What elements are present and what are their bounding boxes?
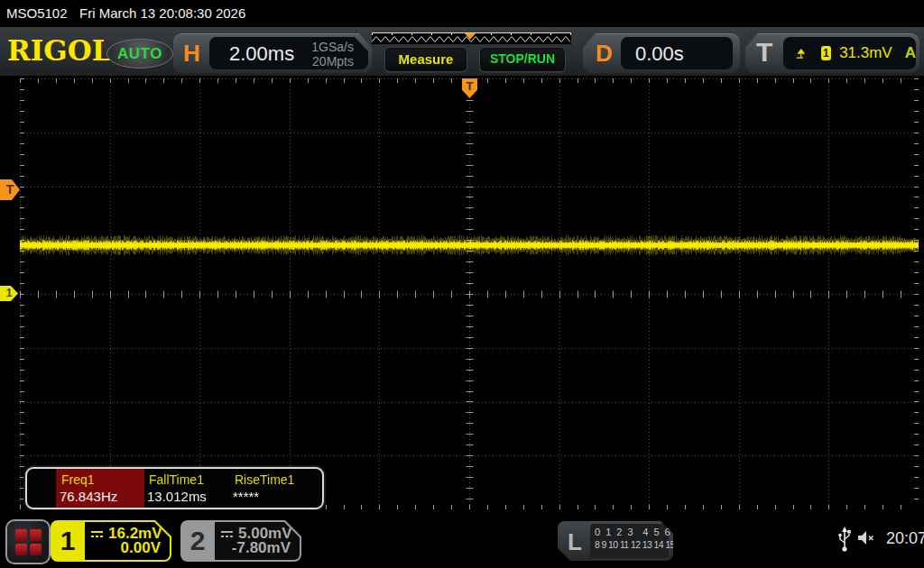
measurement-item[interactable]: RiseTime1 ***** — [231, 469, 318, 508]
bottom-bar: 1 16.2mV 0.00V 2 — [0, 510, 924, 568]
measurement-label: Freq1 — [61, 472, 95, 487]
logic-label: L — [568, 528, 582, 556]
logic-channels-badge[interactable]: L 0 1 2 3 4 5 6 7 8 9 10 11 12 13 14 15 — [558, 521, 673, 561]
dc-coupling-icon — [220, 530, 234, 538]
trigger-block[interactable]: T 1 31.3mV A — [745, 33, 919, 73]
channel2-number: 2 — [180, 520, 215, 562]
measurement-value: ***** — [233, 489, 259, 504]
model-name: MSO5102 — [6, 5, 68, 21]
measure-button[interactable]: Measure — [384, 47, 467, 72]
delay-panel: 0.00s — [621, 37, 733, 69]
memory-depth: 20Mpts — [311, 54, 354, 69]
preview-position-marker[interactable] — [465, 33, 476, 40]
measurement-item[interactable]: FallTime1 13.012ms — [145, 469, 230, 508]
trigger-source-badge: 1 — [821, 46, 832, 60]
delay-label: D — [596, 40, 613, 68]
logic-channels-row2: 8 9 10 11 12 13 14 15 — [595, 539, 669, 550]
channel1-number: 1 — [51, 520, 85, 562]
graticule-area: T 1 T Freq1 76.843Hz FallTime1 13.012ms … — [0, 76, 924, 510]
delay-block[interactable]: D 0.00s — [583, 33, 740, 73]
channel2-panel: 5.00mV -7.80mV — [215, 522, 300, 560]
logic-panel: 0 1 2 3 4 5 6 7 8 9 10 11 12 13 14 15 — [590, 524, 669, 558]
sample-rate: 1GSa/s — [311, 40, 354, 54]
usb-icon — [837, 526, 852, 554]
measurement-overlay[interactable]: Freq1 76.843Hz FallTime1 13.012ms RiseTi… — [25, 467, 324, 509]
channel2-offset: -7.80mV — [232, 539, 291, 557]
oscilloscope-screen: MSO5102 Fri March 13 20:08:30 2026 RIGOL… — [0, 0, 924, 568]
horizontal-panel: 2.00ms 1GSa/s 20Mpts — [209, 37, 368, 69]
trigger-level-marker[interactable]: T — [0, 179, 20, 200]
status-bar: MSO5102 Fri March 13 20:08:30 2026 — [0, 0, 924, 27]
trigger-sweep-mode: A — [905, 44, 916, 62]
horizontal-block[interactable]: H 2.00ms 1GSa/s 20Mpts — [173, 33, 372, 73]
clock: 20:07 — [886, 529, 924, 548]
speaker-muted-icon — [857, 530, 877, 545]
edge-trigger-icon — [796, 46, 807, 60]
timebase-value: 2.00ms — [229, 42, 294, 66]
header-bar: RIGOL AUTO H 2.00ms 1GSa/s 20Mpts Measur… — [0, 27, 924, 76]
stop-run-button[interactable]: STOP/RUN — [479, 47, 566, 72]
trigger-level-value: 31.3mV — [839, 44, 892, 62]
delay-value: 0.00s — [635, 42, 684, 66]
channel1-offset-marker[interactable]: 1 — [0, 286, 18, 301]
channel1-panel: 16.2mV 0.00V — [85, 522, 170, 560]
measurement-label: RiseTime1 — [235, 472, 294, 487]
channel1-offset: 0.00V — [121, 539, 161, 557]
measurement-value: 13.012ms — [147, 489, 207, 504]
apps-menu-button[interactable] — [5, 519, 51, 564]
measurement-item[interactable]: Freq1 76.843Hz — [58, 469, 144, 508]
horizontal-label: H — [183, 40, 200, 68]
measurement-label: FallTime1 — [149, 472, 204, 487]
dc-coupling-icon — [90, 530, 104, 538]
logic-channels-row1: 0 1 2 3 4 5 6 7 — [595, 527, 669, 537]
grid-and-waveform-canvas — [20, 78, 919, 509]
trigger-panel: 1 31.3mV A — [783, 37, 916, 69]
measurement-value: 76.843Hz — [60, 489, 117, 504]
date-time: Fri March 13 20:08:30 2026 — [79, 5, 245, 21]
channel2-badge[interactable]: 2 5.00mV -7.80mV — [180, 520, 301, 562]
trigger-label: T — [756, 37, 772, 68]
channel1-badge[interactable]: 1 16.2mV 0.00V — [51, 520, 171, 562]
rigol-logo: RIGOL — [7, 34, 112, 67]
apps-grid-icon — [15, 529, 42, 555]
trigger-status-badge: AUTO — [106, 39, 173, 69]
acquisition-info: 1GSa/s 20Mpts — [311, 40, 354, 69]
